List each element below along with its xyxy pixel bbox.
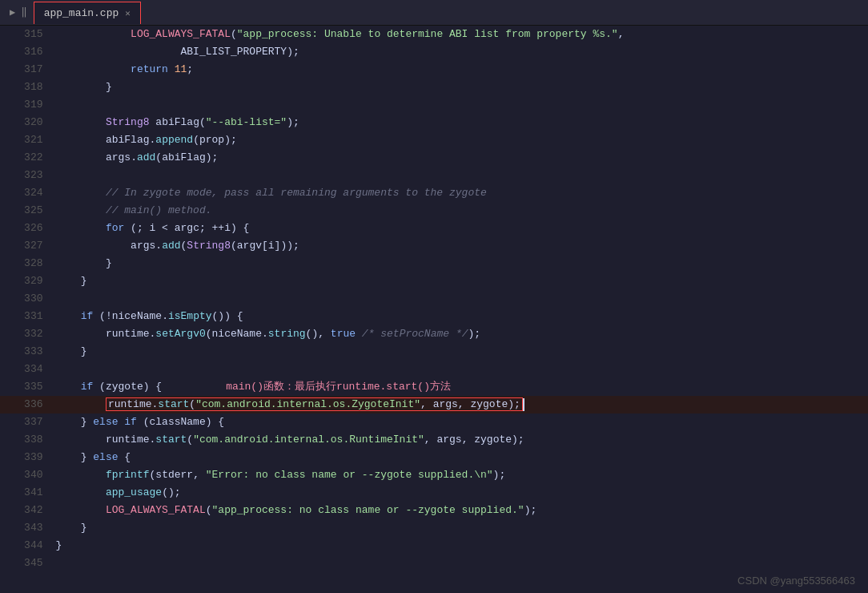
line-code xyxy=(55,96,868,114)
table-row: 322 args.add(abiFlag); xyxy=(0,149,868,167)
tab-close-button[interactable]: ✕ xyxy=(125,8,131,18)
table-row: 323 xyxy=(0,167,868,184)
line-number: 320 xyxy=(0,114,55,131)
code-area: 315 LOG_ALWAYS_FATAL("app_process: Unabl… xyxy=(0,26,868,593)
line-number: 343 xyxy=(0,519,55,537)
line-number: 339 xyxy=(0,449,55,466)
line-code: } xyxy=(55,272,868,290)
table-row: 330 xyxy=(0,290,868,308)
line-number: 330 xyxy=(0,290,55,308)
line-code: } xyxy=(55,79,868,96)
table-row: 337 } else if (className) { xyxy=(0,413,868,431)
table-row: 329 } xyxy=(0,272,868,290)
line-number: 332 xyxy=(0,325,55,343)
table-row: 339 } else { xyxy=(0,449,868,466)
line-code: args.add(abiFlag); xyxy=(55,149,868,167)
line-number: 315 xyxy=(0,26,55,43)
line-number: 333 xyxy=(0,343,55,361)
table-row: 315 LOG_ALWAYS_FATAL("app_process: Unabl… xyxy=(0,26,868,43)
line-code: for (; i < argc; ++i) { xyxy=(55,220,868,237)
table-row: 338 runtime.start("com.android.internal.… xyxy=(0,431,868,449)
line-code: if (zygote) {main()函数：最后执行runtime.start(… xyxy=(55,378,868,396)
line-number: 338 xyxy=(0,431,55,449)
line-number: 319 xyxy=(0,96,55,114)
line-number: 317 xyxy=(0,61,55,79)
line-number: 337 xyxy=(0,413,55,431)
line-code: runtime.setArgv0(niceName.string(), true… xyxy=(55,325,868,343)
table-row: 340 fprintf(stderr, "Error: no class nam… xyxy=(0,466,868,484)
table-row: 326 for (; i < argc; ++i) { xyxy=(0,220,868,237)
table-row: 335 if (zygote) {main()函数：最后执行runtime.st… xyxy=(0,378,868,396)
line-code xyxy=(55,555,868,572)
line-number: 327 xyxy=(0,237,55,255)
line-code: if (!niceName.isEmpty()) { xyxy=(55,308,868,325)
table-row: 321 abiFlag.append(prop); xyxy=(0,131,868,149)
code-editor: 315 LOG_ALWAYS_FATAL("app_process: Unabl… xyxy=(0,26,868,593)
line-code: return 11; xyxy=(55,61,868,79)
line-number: 340 xyxy=(0,466,55,484)
line-code: runtime.start("com.android.internal.os.Z… xyxy=(55,396,868,413)
annotation-text: main()函数：最后执行runtime.start()方法 xyxy=(226,381,451,393)
line-code: runtime.start("com.android.internal.os.R… xyxy=(55,431,868,449)
line-number: 321 xyxy=(0,131,55,149)
line-code: LOG_ALWAYS_FATAL("app_process: no class … xyxy=(55,502,868,519)
nav-arrow[interactable]: ▶ ‖ xyxy=(3,6,34,18)
line-number: 323 xyxy=(0,167,55,184)
watermark: CSDN @yang553566463 xyxy=(737,575,855,587)
title-bar: ▶ ‖ app_main.cpp ✕ xyxy=(0,0,868,26)
tab-filename: app_main.cpp xyxy=(44,7,119,19)
table-row: 317 return 11; xyxy=(0,61,868,79)
table-row: 341 app_usage(); xyxy=(0,484,868,502)
line-number: 334 xyxy=(0,361,55,378)
line-code xyxy=(55,167,868,184)
line-code: abiFlag.append(prop); xyxy=(55,131,868,149)
line-code: } xyxy=(55,343,868,361)
line-number: 322 xyxy=(0,149,55,167)
table-row: 318 } xyxy=(0,79,868,96)
table-row: 324 // In zygote mode, pass all remainin… xyxy=(0,184,868,202)
table-row: 343 } xyxy=(0,519,868,537)
line-number: 331 xyxy=(0,308,55,325)
code-table: 315 LOG_ALWAYS_FATAL("app_process: Unabl… xyxy=(0,26,868,572)
table-row: 319 xyxy=(0,96,868,114)
file-tab[interactable]: app_main.cpp ✕ xyxy=(34,2,141,24)
line-number: 335 xyxy=(0,378,55,396)
line-number: 342 xyxy=(0,502,55,519)
line-code: app_usage(); xyxy=(55,484,868,502)
line-code: } else if (className) { xyxy=(55,413,868,431)
line-number: 329 xyxy=(0,272,55,290)
table-row: 334 xyxy=(0,361,868,378)
line-code: } xyxy=(55,255,868,272)
line-number: 328 xyxy=(0,255,55,272)
line-number: 326 xyxy=(0,220,55,237)
line-code: ABI_LIST_PROPERTY); xyxy=(55,43,868,61)
line-code: // In zygote mode, pass all remaining ar… xyxy=(55,184,868,202)
line-number: 344 xyxy=(0,537,55,555)
table-row: 331 if (!niceName.isEmpty()) { xyxy=(0,308,868,325)
line-code: fprintf(stderr, "Error: no class name or… xyxy=(55,466,868,484)
line-code: LOG_ALWAYS_FATAL("app_process: Unable to… xyxy=(55,26,868,43)
table-row: 316 ABI_LIST_PROPERTY); xyxy=(0,43,868,61)
line-number: 341 xyxy=(0,484,55,502)
line-number: 345 xyxy=(0,555,55,572)
line-code: String8 abiFlag("--abi-list="); xyxy=(55,114,868,131)
table-row: 327 args.add(String8(argv[i])); xyxy=(0,237,868,255)
line-number: 318 xyxy=(0,79,55,96)
line-code: } xyxy=(55,519,868,537)
table-row: 332 runtime.setArgv0(niceName.string(), … xyxy=(0,325,868,343)
line-code: } xyxy=(55,537,868,555)
table-row: 345 xyxy=(0,555,868,572)
table-row: 325 // main() method. xyxy=(0,202,868,220)
line-number: 325 xyxy=(0,202,55,220)
line-number: 316 xyxy=(0,43,55,61)
line-code: // main() method. xyxy=(55,202,868,220)
line-code: } else { xyxy=(55,449,868,466)
line-code: args.add(String8(argv[i])); xyxy=(55,237,868,255)
table-row: 328 } xyxy=(0,255,868,272)
line-number: 324 xyxy=(0,184,55,202)
table-row: 320 String8 abiFlag("--abi-list="); xyxy=(0,114,868,131)
table-row: 342 LOG_ALWAYS_FATAL("app_process: no cl… xyxy=(0,502,868,519)
table-row: 333 } xyxy=(0,343,868,361)
table-row: 344 } xyxy=(0,537,868,555)
line-number: 336 xyxy=(0,396,55,413)
